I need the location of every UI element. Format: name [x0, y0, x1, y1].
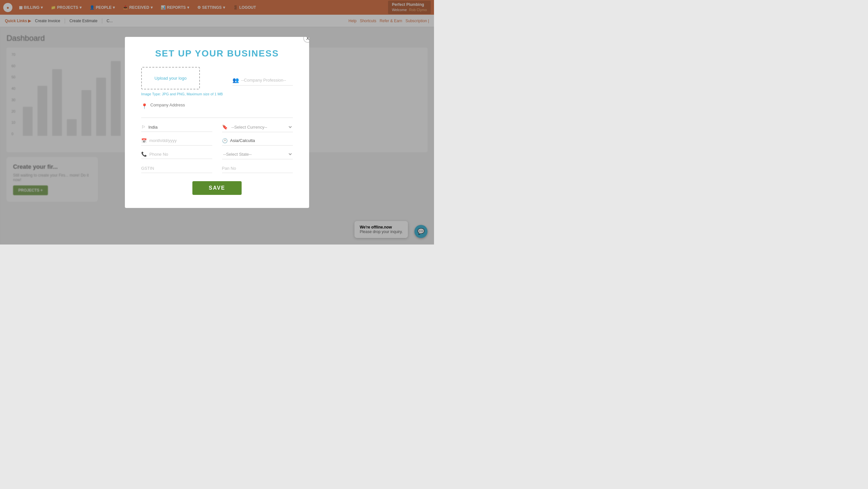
date-row: 📅 [141, 138, 212, 146]
upload-profession-row: Upload your logo Image Type: JPG and PNG… [141, 67, 293, 96]
phone-row: 📞 [141, 151, 212, 159]
currency-select[interactable]: --Select Currency-- [230, 124, 293, 130]
address-field: 📍 [141, 103, 293, 118]
image-note: Image Type: JPG and PNG, Maximum size of… [141, 92, 223, 96]
upload-section: Upload your logo Image Type: JPG and PNG… [141, 67, 223, 96]
currency-field: 🔖 --Select Currency-- [222, 124, 293, 132]
pan-field [222, 165, 293, 173]
clock-icon: 🕐 [222, 138, 227, 143]
currency-icon: 🔖 [222, 124, 227, 130]
date-format-input[interactable] [149, 138, 212, 143]
address-input[interactable] [150, 103, 293, 116]
phone-field: 📞 [141, 151, 212, 159]
country-field: 🏳 India [141, 124, 212, 132]
timezone-field: 🕐 Asia/Calcutta [222, 138, 293, 146]
timezone-row: 🕐 Asia/Calcutta [222, 138, 293, 146]
phone-input[interactable] [149, 152, 212, 157]
state-row: --Select State-- [222, 151, 293, 159]
profession-placeholder: --Company Profession-- [241, 78, 286, 83]
pan-input[interactable] [222, 166, 293, 173]
state-select[interactable]: --Select State-- [222, 151, 293, 157]
profession-section: 👥 --Company Profession-- [232, 77, 293, 86]
gstin-input[interactable] [141, 166, 212, 173]
upload-label: Upload your logo [155, 76, 187, 81]
setup-modal: X SET UP YOUR BUSINESS Upload your logo … [125, 37, 309, 208]
modal-close-button[interactable]: X [303, 37, 309, 43]
profession-select[interactable]: 👥 --Company Profession-- [232, 77, 293, 86]
profession-icon: 👥 [232, 77, 239, 83]
location-icon: 📍 [141, 103, 148, 109]
gstin-field [141, 165, 212, 173]
phone-state-row: 📞 --Select State-- [141, 151, 293, 159]
timezone-value: Asia/Calcutta [230, 138, 255, 143]
save-button[interactable]: SAVE [192, 181, 241, 195]
date-field: 📅 [141, 138, 212, 146]
country-value: India [148, 125, 157, 130]
currency-row: 🔖 --Select Currency-- [222, 124, 293, 132]
modal-overlay: X SET UP YOUR BUSINESS Upload your logo … [0, 0, 434, 244]
calendar-icon: 📅 [141, 138, 147, 143]
country-currency-row: 🏳 India 🔖 --Select Currency-- [141, 124, 293, 132]
upload-logo-box[interactable]: Upload your logo [141, 67, 200, 89]
state-field: --Select State-- [222, 151, 293, 159]
gstin-pan-row [141, 165, 293, 173]
country-row: 🏳 India [141, 124, 212, 132]
flag-icon: 🏳 [141, 124, 146, 130]
date-timezone-row: 📅 🕐 Asia/Calcutta [141, 138, 293, 146]
modal-title: SET UP YOUR BUSINESS [141, 48, 293, 59]
phone-icon: 📞 [141, 151, 147, 157]
